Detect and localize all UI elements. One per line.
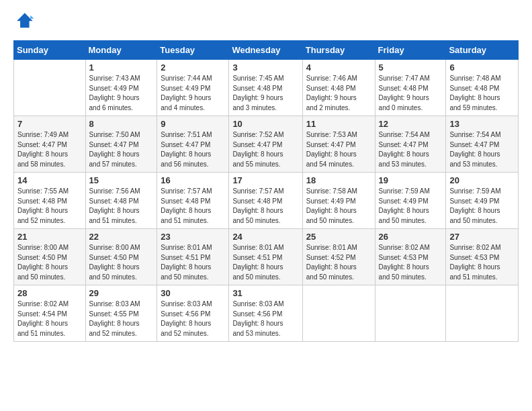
calendar-cell: 10Sunrise: 7:52 AM Sunset: 4:47 PM Dayli… (229, 116, 302, 173)
calendar-cell: 19Sunrise: 7:59 AM Sunset: 4:49 PM Dayli… (375, 173, 446, 229)
calendar-cell: 23Sunrise: 8:01 AM Sunset: 4:51 PM Dayli… (157, 229, 229, 285)
day-info: Sunrise: 7:59 AM Sunset: 4:49 PM Dayligh… (379, 187, 443, 226)
day-number: 13 (449, 119, 515, 129)
day-info: Sunrise: 8:03 AM Sunset: 4:55 PM Dayligh… (89, 300, 154, 338)
day-number: 19 (379, 175, 443, 185)
day-number: 7 (17, 119, 82, 129)
day-number: 25 (306, 232, 371, 242)
day-info: Sunrise: 7:47 AM Sunset: 4:48 PM Dayligh… (379, 74, 443, 113)
day-info: Sunrise: 7:56 AM Sunset: 4:48 PM Dayligh… (89, 187, 154, 226)
day-number: 26 (379, 232, 443, 242)
calendar-cell: 24Sunrise: 8:01 AM Sunset: 4:51 PM Dayli… (229, 229, 302, 285)
calendar-cell: 21Sunrise: 8:00 AM Sunset: 4:50 PM Dayli… (14, 229, 86, 285)
day-number: 5 (379, 62, 443, 73)
calendar-cell: 22Sunrise: 8:00 AM Sunset: 4:50 PM Dayli… (85, 229, 157, 285)
day-number: 30 (161, 288, 225, 298)
calendar-cell: 31Sunrise: 8:03 AM Sunset: 4:56 PM Dayli… (229, 285, 302, 342)
calendar-cell: 15Sunrise: 7:56 AM Sunset: 4:48 PM Dayli… (85, 173, 157, 229)
day-number: 18 (306, 175, 371, 185)
day-number: 9 (161, 119, 225, 129)
calendar-cell: 11Sunrise: 7:53 AM Sunset: 4:47 PM Dayli… (302, 116, 375, 173)
day-number: 10 (232, 119, 298, 129)
calendar-cell (14, 60, 86, 116)
day-info: Sunrise: 8:01 AM Sunset: 4:51 PM Dayligh… (232, 243, 298, 282)
day-info: Sunrise: 8:02 AM Sunset: 4:53 PM Dayligh… (379, 243, 443, 282)
day-info: Sunrise: 7:55 AM Sunset: 4:48 PM Dayligh… (17, 187, 82, 226)
day-number: 6 (449, 62, 515, 73)
calendar-cell: 28Sunrise: 8:02 AM Sunset: 4:54 PM Dayli… (14, 285, 86, 342)
calendar-cell: 9Sunrise: 7:51 AM Sunset: 4:47 PM Daylig… (157, 116, 229, 173)
header (13, 11, 519, 32)
day-number: 4 (306, 62, 371, 73)
logo (13, 11, 38, 32)
calendar-cell: 13Sunrise: 7:54 AM Sunset: 4:47 PM Dayli… (446, 116, 519, 173)
day-info: Sunrise: 7:48 AM Sunset: 4:48 PM Dayligh… (449, 74, 515, 113)
calendar-cell: 14Sunrise: 7:55 AM Sunset: 4:48 PM Dayli… (14, 173, 86, 229)
calendar-header-monday: Monday (85, 41, 157, 60)
day-info: Sunrise: 7:53 AM Sunset: 4:47 PM Dayligh… (306, 130, 371, 169)
calendar-cell: 29Sunrise: 8:03 AM Sunset: 4:55 PM Dayli… (85, 285, 157, 342)
day-info: Sunrise: 7:57 AM Sunset: 4:48 PM Dayligh… (161, 187, 225, 226)
day-info: Sunrise: 7:58 AM Sunset: 4:49 PM Dayligh… (306, 187, 371, 226)
day-info: Sunrise: 7:50 AM Sunset: 4:47 PM Dayligh… (89, 130, 154, 169)
calendar-cell: 27Sunrise: 8:02 AM Sunset: 4:53 PM Dayli… (446, 229, 519, 285)
day-number: 29 (89, 288, 154, 298)
day-info: Sunrise: 8:01 AM Sunset: 4:52 PM Dayligh… (306, 243, 371, 282)
day-number: 3 (232, 62, 298, 73)
day-number: 27 (449, 232, 515, 242)
day-info: Sunrise: 8:02 AM Sunset: 4:53 PM Dayligh… (449, 243, 515, 282)
day-info: Sunrise: 7:43 AM Sunset: 4:49 PM Dayligh… (89, 74, 154, 113)
page: SundayMondayTuesdayWednesdayThursdayFrid… (0, 0, 532, 411)
day-number: 23 (161, 232, 225, 242)
calendar-header-tuesday: Tuesday (157, 41, 229, 60)
day-number: 21 (17, 232, 82, 242)
calendar-week-3: 14Sunrise: 7:55 AM Sunset: 4:48 PM Dayli… (14, 173, 519, 229)
calendar-header-sunday: Sunday (14, 41, 86, 60)
calendar-week-4: 21Sunrise: 8:00 AM Sunset: 4:50 PM Dayli… (14, 229, 519, 285)
day-number: 24 (232, 232, 298, 242)
calendar-cell: 17Sunrise: 7:57 AM Sunset: 4:48 PM Dayli… (229, 173, 302, 229)
day-number: 8 (89, 119, 154, 129)
calendar-cell: 3Sunrise: 7:45 AM Sunset: 4:48 PM Daylig… (229, 60, 302, 116)
day-number: 15 (89, 175, 154, 185)
day-info: Sunrise: 7:44 AM Sunset: 4:49 PM Dayligh… (161, 74, 225, 113)
calendar-week-1: 1Sunrise: 7:43 AM Sunset: 4:49 PM Daylig… (14, 60, 519, 116)
calendar: SundayMondayTuesdayWednesdayThursdayFrid… (13, 40, 519, 342)
day-info: Sunrise: 7:59 AM Sunset: 4:49 PM Dayligh… (449, 187, 515, 226)
calendar-cell: 1Sunrise: 7:43 AM Sunset: 4:49 PM Daylig… (85, 60, 157, 116)
calendar-header-row: SundayMondayTuesdayWednesdayThursdayFrid… (14, 41, 519, 60)
day-info: Sunrise: 7:52 AM Sunset: 4:47 PM Dayligh… (232, 130, 298, 169)
day-info: Sunrise: 8:03 AM Sunset: 4:56 PM Dayligh… (232, 300, 298, 338)
calendar-cell: 16Sunrise: 7:57 AM Sunset: 4:48 PM Dayli… (157, 173, 229, 229)
calendar-header-thursday: Thursday (302, 41, 375, 60)
day-info: Sunrise: 7:54 AM Sunset: 4:47 PM Dayligh… (379, 130, 443, 169)
calendar-cell: 2Sunrise: 7:44 AM Sunset: 4:49 PM Daylig… (157, 60, 229, 116)
calendar-header-saturday: Saturday (446, 41, 519, 60)
calendar-cell: 5Sunrise: 7:47 AM Sunset: 4:48 PM Daylig… (375, 60, 446, 116)
calendar-cell: 6Sunrise: 7:48 AM Sunset: 4:48 PM Daylig… (446, 60, 519, 116)
day-number: 22 (89, 232, 154, 242)
day-number: 14 (17, 175, 82, 185)
day-info: Sunrise: 7:54 AM Sunset: 4:47 PM Dayligh… (449, 130, 515, 169)
day-info: Sunrise: 8:03 AM Sunset: 4:56 PM Dayligh… (161, 300, 225, 338)
day-number: 16 (161, 175, 225, 185)
calendar-cell: 30Sunrise: 8:03 AM Sunset: 4:56 PM Dayli… (157, 285, 229, 342)
day-info: Sunrise: 8:02 AM Sunset: 4:54 PM Dayligh… (17, 300, 82, 338)
day-number: 11 (306, 119, 371, 129)
day-info: Sunrise: 7:51 AM Sunset: 4:47 PM Dayligh… (161, 130, 225, 169)
calendar-cell (446, 285, 519, 342)
calendar-cell: 18Sunrise: 7:58 AM Sunset: 4:49 PM Dayli… (302, 173, 375, 229)
calendar-cell (375, 285, 446, 342)
day-info: Sunrise: 7:45 AM Sunset: 4:48 PM Dayligh… (232, 74, 298, 113)
calendar-week-2: 7Sunrise: 7:49 AM Sunset: 4:47 PM Daylig… (14, 116, 519, 173)
calendar-cell: 12Sunrise: 7:54 AM Sunset: 4:47 PM Dayli… (375, 116, 446, 173)
calendar-cell: 25Sunrise: 8:01 AM Sunset: 4:52 PM Dayli… (302, 229, 375, 285)
day-info: Sunrise: 8:01 AM Sunset: 4:51 PM Dayligh… (161, 243, 225, 282)
day-number: 2 (161, 62, 225, 73)
day-info: Sunrise: 7:57 AM Sunset: 4:48 PM Dayligh… (232, 187, 298, 226)
calendar-cell (302, 285, 375, 342)
day-number: 12 (379, 119, 443, 129)
day-number: 20 (449, 175, 515, 185)
day-info: Sunrise: 7:49 AM Sunset: 4:47 PM Dayligh… (17, 130, 82, 169)
day-info: Sunrise: 7:46 AM Sunset: 4:48 PM Dayligh… (306, 74, 371, 113)
